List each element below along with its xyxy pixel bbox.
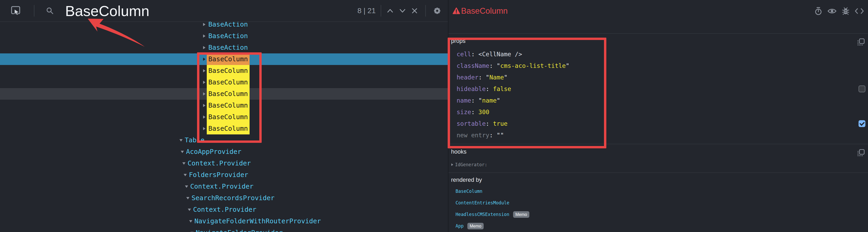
component-name: BaseAction [208, 30, 248, 42]
prop-row: name: "name" [448, 95, 868, 106]
component-name: BaseColumn [207, 123, 250, 135]
inspector-panel: BaseColumn [448, 0, 868, 232]
expand-toggle-icon[interactable] [203, 34, 206, 38]
hooks-list: IdGenerator: [448, 159, 868, 170]
tree-row[interactable]: BaseColumn [0, 100, 448, 111]
view-source-button[interactable] [855, 8, 864, 14]
component-name: BaseColumn [207, 65, 250, 77]
prop-value[interactable]: false [493, 86, 511, 92]
log-to-console-button[interactable] [842, 7, 849, 15]
unchecked-checkbox[interactable] [859, 86, 865, 92]
tree-row[interactable]: NavigateFolderProvider [0, 227, 448, 232]
tree-row[interactable]: BaseColumn [0, 77, 448, 88]
component-name: NavigateFolderProvider [196, 227, 283, 232]
prop-colon: : [486, 120, 493, 127]
expand-toggle-icon[interactable] [203, 81, 206, 84]
search-input[interactable] [65, 2, 329, 20]
rendered-by-row: ContentEntriesModule [448, 197, 868, 209]
component-name: NavigateFolderWithRouterProvider [194, 215, 321, 227]
prop-value[interactable]: Name [490, 74, 504, 81]
expand-toggle-icon[interactable] [203, 127, 206, 130]
tree-row[interactable]: NavigateFolderWithRouterProvider [0, 215, 448, 227]
hook-row[interactable]: IdGenerator: [448, 159, 868, 170]
expand-toggle-icon[interactable] [203, 115, 206, 119]
prop-value: <CellName /> [478, 51, 522, 58]
memo-badge: Memo [513, 211, 529, 218]
tree-row[interactable]: AcoAppProvider [0, 146, 448, 157]
prop-value[interactable]: " [497, 97, 500, 104]
prop-row: header: "Name" [448, 71, 868, 83]
collapse-toggle-icon[interactable] [180, 139, 183, 142]
rendered-by-label: rendered by [451, 176, 868, 184]
rendered-by-link[interactable]: App [456, 220, 464, 232]
collapse-toggle-icon[interactable] [188, 209, 191, 211]
collapse-toggle-icon[interactable] [182, 162, 185, 165]
prop-value[interactable]: " [500, 132, 504, 139]
expand-toggle-icon[interactable] [203, 46, 206, 49]
prop-value[interactable]: " [486, 74, 490, 81]
tree-row[interactable]: BaseColumn [0, 65, 448, 77]
rendered-by-list: BaseColumnContentEntriesModuleHeadlessCM… [448, 185, 868, 232]
prop-key: className [457, 62, 490, 69]
rendered-by-section: rendered by BaseColumnContentEntriesModu… [448, 172, 868, 232]
expand-toggle-icon[interactable] [203, 69, 206, 72]
copy-icon [857, 38, 865, 46]
prop-key: cell [457, 51, 471, 58]
component-name: BaseColumn [207, 77, 250, 88]
tree-row[interactable]: BaseColumn [0, 53, 448, 65]
settings-button[interactable] [431, 5, 443, 17]
prop-value[interactable]: name [482, 97, 497, 104]
tree-row[interactable]: Context.Provider [0, 157, 448, 169]
expand-toggle-icon[interactable] [203, 104, 206, 107]
copy-hooks-button[interactable] [857, 149, 865, 157]
tree-row[interactable]: Context.Provider [0, 181, 448, 192]
expand-toggle-icon[interactable] [203, 58, 206, 61]
tree-row[interactable]: BaseColumn [0, 88, 448, 100]
tree-row[interactable]: FoldersProvider [0, 169, 448, 181]
prop-value[interactable]: " [504, 74, 507, 81]
prop-key: new entry [457, 132, 490, 139]
toolbar-divider [34, 5, 34, 17]
collapse-toggle-icon[interactable] [186, 197, 189, 199]
inspector-header: BaseColumn [448, 0, 868, 34]
collapse-toggle-icon[interactable] [185, 185, 188, 188]
prop-value[interactable]: " [497, 62, 500, 69]
toolbar-divider [381, 5, 381, 17]
collapse-toggle-icon[interactable] [189, 220, 192, 223]
previous-match-button[interactable] [384, 5, 396, 17]
component-name: Context.Provider [190, 181, 253, 192]
tree-row[interactable]: Table [0, 135, 448, 146]
collapse-toggle-icon[interactable] [181, 151, 184, 153]
suspend-timer-button[interactable] [814, 7, 822, 15]
prop-value[interactable]: cms-aco-list-title [500, 62, 566, 69]
inspect-element-button[interactable] [10, 5, 22, 17]
checked-checkbox[interactable] [859, 120, 865, 127]
collapse-toggle-icon[interactable] [184, 174, 187, 176]
prop-value[interactable]: " [497, 132, 500, 139]
tree-row[interactable]: Context.Provider [0, 204, 448, 215]
prop-row: cell: <CellName /> [448, 49, 868, 60]
bug-icon [842, 7, 849, 15]
clear-search-button[interactable] [409, 5, 420, 17]
prop-value[interactable]: " [566, 62, 569, 69]
prop-value[interactable]: true [493, 120, 507, 127]
tree-row[interactable]: BaseColumn [0, 111, 448, 123]
expand-toggle-icon[interactable] [203, 23, 206, 26]
next-match-button[interactable] [397, 5, 408, 17]
prop-value[interactable]: 300 [478, 109, 490, 115]
component-name: Table [185, 135, 205, 146]
rendered-by-link[interactable]: BaseColumn [456, 185, 482, 197]
tree-row[interactable]: SearchRecordsProvider [0, 192, 448, 204]
prop-colon: : [471, 109, 478, 115]
prop-value[interactable]: " [478, 97, 482, 104]
rendered-by-link[interactable]: ContentEntriesModule [456, 197, 509, 209]
expand-toggle-icon[interactable] [451, 163, 453, 166]
tree-row[interactable]: BaseAction [0, 42, 448, 53]
rendered-by-link[interactable]: HeadlessCMSExtension [456, 209, 509, 220]
copy-props-button[interactable] [857, 38, 865, 47]
expand-toggle-icon[interactable] [203, 92, 206, 95]
inspect-dom-button[interactable] [828, 8, 836, 14]
prop-key: sortable [457, 120, 486, 127]
tree-row[interactable]: BaseColumn [0, 123, 448, 135]
tree-row[interactable]: BaseAction [0, 30, 448, 42]
